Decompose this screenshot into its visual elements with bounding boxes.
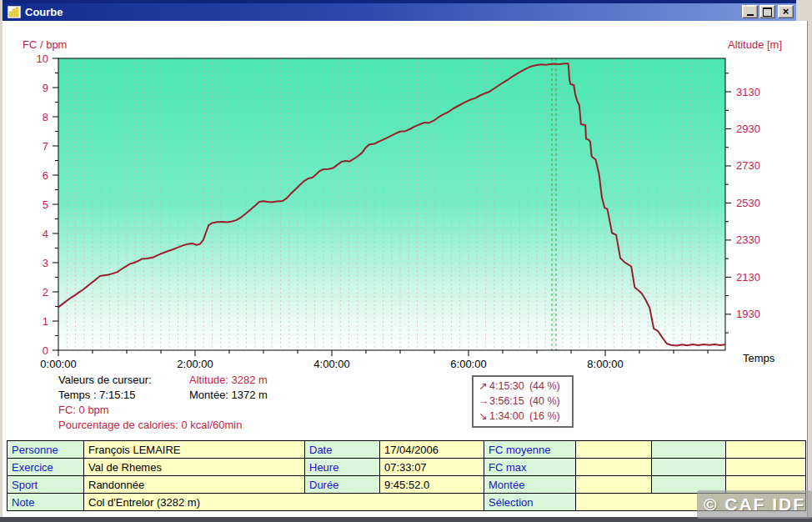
table-cell-label: Durée bbox=[305, 476, 380, 494]
cursor-heart-rate: FC: 0 bpm bbox=[58, 404, 109, 416]
minimize-icon bbox=[747, 14, 754, 16]
x-axis-title: Temps bbox=[743, 352, 775, 364]
table-cell-label: Note bbox=[8, 494, 84, 511]
right-axis-tick-label: 2730 bbox=[736, 159, 760, 172]
x-axis-tick-label: 0:00:00 bbox=[40, 358, 76, 370]
maximize-icon bbox=[763, 8, 772, 17]
table-cell-label: Personne bbox=[8, 441, 84, 459]
ascent-stat-row: ↗4:15:30 (44 %) bbox=[479, 379, 572, 394]
table-cell-label: Exercice bbox=[8, 459, 84, 476]
flat-stat-value: 3:56:15 (40 %) bbox=[489, 395, 560, 407]
right-axis-tick-label: 3130 bbox=[736, 86, 760, 98]
close-icon: × bbox=[783, 7, 789, 17]
exercise-summary-table: PersonneFrançois LEMAIREDate17/04/2006FC… bbox=[7, 440, 806, 511]
cursor-values-heading: Valeurs de curseur: bbox=[58, 374, 152, 386]
window-frame-bottom bbox=[0, 517, 812, 522]
left-axis-tick-label: 0 bbox=[43, 344, 48, 357]
descent-stat-value: 1:34:00 (16 %) bbox=[489, 410, 560, 422]
table-row: PersonneFrançois LEMAIREDate17/04/2006FC… bbox=[8, 441, 806, 459]
table-cell-value[interactable] bbox=[576, 441, 652, 459]
table-cell-value[interactable]: Val de Rhemes bbox=[84, 459, 305, 476]
table-cell-label bbox=[652, 459, 726, 476]
table-cell-label: Sélection bbox=[484, 494, 576, 511]
left-axis-tick-label: 4 bbox=[43, 228, 48, 240]
left-axis-title: FC / bpm bbox=[23, 38, 67, 51]
titlebar[interactable]: Courbe bbox=[3, 3, 796, 21]
table-cell-value[interactable] bbox=[576, 476, 652, 494]
left-axis-tick-label: 7 bbox=[43, 140, 48, 153]
table-cell-value[interactable]: 07:33:07 bbox=[380, 459, 484, 476]
descent-stat-row: ↘1:34:00 (16 %) bbox=[479, 409, 572, 424]
maximize-button[interactable] bbox=[759, 5, 775, 18]
left-axis-tick-label: 5 bbox=[43, 198, 48, 211]
left-axis-tick-label: 9 bbox=[43, 82, 48, 94]
window-frame-right-top bbox=[796, 0, 812, 21]
x-axis-tick-label: 8:00:00 bbox=[587, 358, 623, 370]
right-axis-title: Altitude [m] bbox=[728, 38, 782, 51]
table-cell-label: FC moyenne bbox=[484, 441, 576, 459]
left-axis-tick-label: 3 bbox=[43, 257, 48, 269]
ascent-stat-value: 4:15:30 (44 %) bbox=[489, 380, 560, 392]
right-axis-tick-label: 2530 bbox=[736, 197, 760, 209]
table-cell-value[interactable] bbox=[726, 441, 806, 459]
table-cell-label bbox=[652, 441, 726, 459]
x-axis-tick-label: 2:00:00 bbox=[177, 358, 213, 370]
left-axis-tick-label: 6 bbox=[43, 169, 48, 182]
right-axis-tick-label: 2130 bbox=[736, 271, 760, 284]
table-row: SportRandonnéeDurée9:45:52.0Montée bbox=[8, 476, 806, 494]
table-cell-value[interactable]: François LEMAIRE bbox=[84, 441, 305, 459]
flat-stat-row: →3:56:15 (40 %) bbox=[479, 394, 572, 409]
left-axis-tick-label: 10 bbox=[37, 53, 48, 65]
altitude-chart[interactable]: 012345678910FC / bpm19302130233025302730… bbox=[0, 33, 812, 377]
table-cell-label: Montée bbox=[484, 476, 576, 494]
table-cell-value[interactable]: 17/04/2006 bbox=[380, 441, 484, 459]
watermark: © CAF IDF bbox=[697, 490, 812, 519]
descent-arrow-icon: ↘ bbox=[479, 409, 489, 424]
table-cell-label: Date bbox=[305, 441, 380, 459]
left-axis-tick-label: 1 bbox=[43, 315, 48, 328]
left-axis-tick-label: 8 bbox=[43, 111, 48, 123]
courbe-window: Courbe × 012345678910FC / bpm19302130233… bbox=[0, 0, 812, 522]
window-title: Courbe bbox=[25, 6, 63, 18]
table-cell-value[interactable] bbox=[576, 459, 652, 476]
x-axis-tick-label: 6:00:00 bbox=[450, 358, 486, 370]
right-axis-tick-label: 2330 bbox=[736, 233, 760, 246]
slope-stats-box: ↗4:15:30 (44 %)→3:56:15 (40 %)↘1:34:00 (… bbox=[472, 375, 574, 428]
ascent-arrow-icon: ↗ bbox=[479, 379, 489, 394]
close-button[interactable]: × bbox=[778, 5, 794, 18]
right-axis-tick-label: 2930 bbox=[736, 123, 760, 135]
table-cell-label: Heure bbox=[305, 459, 380, 476]
table-cell-value[interactable]: 9:45:52.0 bbox=[380, 476, 484, 494]
table-cell-value[interactable]: Randonnée bbox=[84, 476, 305, 494]
flat-arrow-icon: → bbox=[479, 394, 489, 409]
table-row: ExerciceVal de RhemesHeure07:33:07FC max bbox=[8, 459, 806, 476]
left-axis-tick-label: 2 bbox=[43, 286, 48, 299]
table-cell-value[interactable]: Col d'Entrelor (3282 m) bbox=[84, 494, 484, 511]
minimize-button[interactable] bbox=[742, 5, 758, 18]
table-cell-label: Sport bbox=[8, 476, 84, 494]
curve-window-icon bbox=[8, 6, 21, 18]
table-cell-value[interactable] bbox=[726, 459, 806, 476]
cursor-climb: Montée: 1372 m bbox=[189, 389, 268, 401]
x-axis-tick-label: 4:00:00 bbox=[313, 358, 349, 370]
right-axis-tick-label: 1930 bbox=[736, 308, 760, 320]
cursor-calories: Pourcentage de calories: 0 kcal/60min bbox=[58, 419, 242, 431]
cursor-time: Temps : 7:15:15 bbox=[58, 389, 136, 401]
table-row: NoteCol d'Entrelor (3282 m)Sélection bbox=[8, 494, 806, 511]
table-cell-label: FC max bbox=[484, 459, 576, 476]
cursor-altitude: Altitude: 3282 m bbox=[189, 374, 268, 386]
